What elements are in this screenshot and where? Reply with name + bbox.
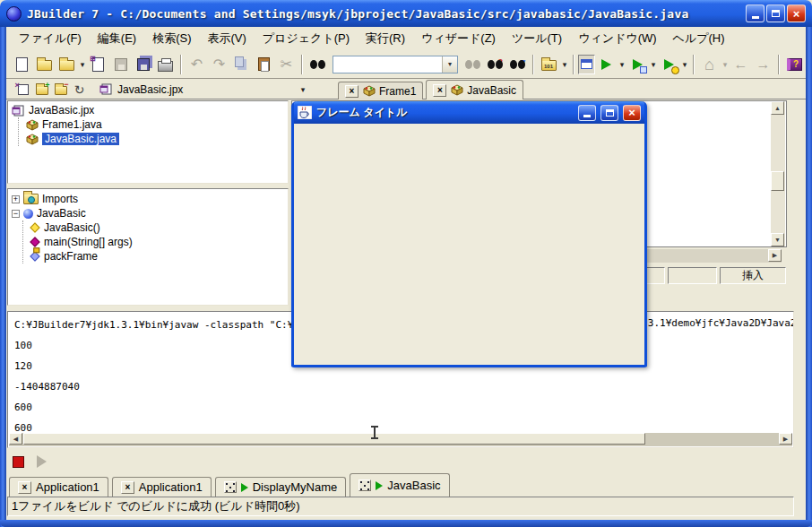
- tree-item-frame1[interactable]: Frame1.java: [22, 117, 288, 132]
- profile-dropdown-button[interactable]: ▾: [680, 60, 689, 69]
- debug-button[interactable]: [626, 53, 649, 75]
- scroll-left-button[interactable]: ◀: [9, 433, 22, 445]
- terminate-close-button[interactable]: ×: [121, 481, 134, 494]
- scroll-right-icon: ▶: [773, 252, 777, 259]
- copy-button[interactable]: [230, 53, 253, 75]
- debug-dropdown-button[interactable]: ▾: [649, 60, 658, 69]
- bean-icon: [25, 119, 39, 131]
- scrollbar-thumb[interactable]: [771, 171, 784, 191]
- editor-vertical-scrollbar[interactable]: ▲ ▼: [771, 101, 785, 246]
- undo-button[interactable]: ↶: [186, 53, 208, 75]
- java-frame-window[interactable]: フレーム タイトル ×: [291, 101, 647, 367]
- console-horizontal-scrollbar[interactable]: ◀ ▶: [9, 433, 792, 446]
- process-tab-application1-a[interactable]: × Application1: [9, 477, 108, 497]
- reopen-dropdown-button[interactable]: ▾: [78, 60, 87, 69]
- search-dropdown-button[interactable]: ▾: [442, 56, 457, 73]
- close-button[interactable]: ×: [787, 4, 806, 22]
- print-button[interactable]: [154, 53, 177, 75]
- run-button[interactable]: [595, 53, 618, 75]
- menu-search[interactable]: 検索(S): [145, 28, 198, 49]
- member-main-row[interactable]: main(String[] args): [26, 235, 288, 249]
- reopen-button[interactable]: [56, 53, 78, 75]
- member-constructor-row[interactable]: JavaBasic(): [26, 220, 288, 235]
- home-button[interactable]: ⌂: [698, 53, 721, 75]
- profile-button[interactable]: [658, 53, 680, 75]
- find-query-button[interactable]: ?: [484, 53, 506, 75]
- process-tab-javabasic[interactable]: JavaBasic: [350, 473, 449, 497]
- search-input[interactable]: [333, 56, 442, 73]
- expand-plus-icon[interactable]: +: [12, 195, 20, 203]
- scrollbar-thumb[interactable]: [23, 433, 645, 445]
- refresh-project-button[interactable]: ↻: [70, 81, 89, 98]
- browse-symbol-button[interactable]: ▾: [506, 53, 529, 75]
- save-as-button[interactable]: ⊞: [87, 53, 109, 75]
- project-dropdown-button[interactable]: ▾: [298, 85, 307, 94]
- back-button[interactable]: ←: [730, 53, 752, 75]
- terminate-close-button[interactable]: ×: [18, 481, 31, 494]
- menu-view[interactable]: 表示(V): [201, 28, 254, 49]
- frame-content[interactable]: [294, 124, 644, 362]
- frame-close-button[interactable]: ×: [623, 105, 641, 121]
- designer-toggle-button[interactable]: [578, 55, 595, 74]
- scroll-right-button[interactable]: ▶: [779, 433, 792, 445]
- find-button[interactable]: [307, 53, 329, 75]
- project-pane[interactable]: JavaBasic.jpx Frame1.java JavaBasic.java: [7, 100, 289, 184]
- stop-button[interactable]: [13, 456, 24, 468]
- window-border-right: [806, 27, 812, 527]
- collapse-minus-icon[interactable]: −: [12, 210, 20, 218]
- frame-minimize-button[interactable]: [578, 105, 596, 121]
- process-tab-displaymyname[interactable]: DisplayMyName: [215, 477, 347, 497]
- save-button[interactable]: [109, 53, 132, 75]
- menu-run[interactable]: 実行(R): [358, 28, 412, 49]
- close-project-button[interactable]: ×: [13, 81, 32, 98]
- process-tab-application1-b[interactable]: × Application1: [112, 477, 212, 497]
- menu-project[interactable]: プロジェクト(P): [255, 28, 357, 49]
- structure-imports-row[interactable]: + Imports: [8, 192, 288, 206]
- detach-dots-button[interactable]: [224, 481, 237, 493]
- open-file-button[interactable]: [33, 53, 56, 75]
- forward-button[interactable]: →: [752, 53, 774, 75]
- redo-button[interactable]: ↷: [208, 53, 230, 75]
- remove-files-button[interactable]: −: [51, 81, 70, 98]
- cut-button[interactable]: ✂: [275, 53, 298, 75]
- imports-folder-icon: [23, 194, 39, 204]
- detach-dots-button[interactable]: [358, 479, 371, 491]
- tree-item-javabasic[interactable]: JavaBasic.java: [22, 132, 288, 146]
- member-packframe-row[interactable]: packFrame: [26, 249, 288, 264]
- tab-close-button[interactable]: ×: [433, 84, 446, 97]
- window-titlebar[interactable]: JBuilder 7 - C:/Documents and Settings/m…: [0, 0, 812, 27]
- menu-wizard[interactable]: ウィザード(Z): [414, 28, 503, 49]
- minimize-button[interactable]: [746, 4, 764, 22]
- tab-javabasic[interactable]: × JavaBasic: [426, 80, 523, 99]
- menu-help[interactable]: ヘルプ(H): [666, 28, 732, 49]
- run-dropdown-button[interactable]: ▾: [618, 60, 626, 69]
- binoculars-icon: [310, 60, 325, 69]
- paste-button[interactable]: [253, 53, 275, 75]
- frame-titlebar[interactable]: フレーム タイトル ×: [294, 101, 644, 124]
- tab-frame1[interactable]: × Frame1: [338, 82, 423, 99]
- scroll-down-button[interactable]: ▼: [771, 233, 784, 246]
- project-selector[interactable]: JavaBasic.jpx ▾: [99, 83, 307, 96]
- structure-class-row[interactable]: − JavaBasic: [8, 206, 288, 220]
- scroll-up-button[interactable]: ▲: [771, 101, 784, 115]
- project-root-row[interactable]: JavaBasic.jpx: [8, 103, 288, 117]
- new-file-button[interactable]: [11, 53, 33, 75]
- save-all-button[interactable]: [132, 53, 154, 75]
- menu-file[interactable]: ファイル(F): [12, 28, 89, 49]
- make-project-button[interactable]: 101: [538, 53, 560, 75]
- structure-pane[interactable]: + Imports − JavaBasic JavaBasic() main(S…: [7, 188, 289, 306]
- maximize-button[interactable]: [766, 4, 785, 22]
- make-dropdown-button[interactable]: ▾: [560, 60, 569, 69]
- menu-edit[interactable]: 編集(E): [91, 28, 143, 49]
- frame-maximize-button[interactable]: [600, 105, 618, 121]
- add-files-button[interactable]: +: [32, 81, 51, 98]
- search-combobox[interactable]: ▾: [333, 56, 458, 73]
- resume-button[interactable]: [37, 455, 47, 468]
- find-again-button[interactable]: [462, 53, 484, 75]
- menu-tools[interactable]: ツール(T): [505, 28, 569, 49]
- tab-close-button[interactable]: ×: [345, 85, 358, 98]
- help-button[interactable]: ?: [783, 53, 806, 75]
- home-dropdown-button[interactable]: ▾: [721, 60, 730, 69]
- scroll-right-button[interactable]: ▶: [768, 249, 782, 262]
- menu-window[interactable]: ウィンドウ(W): [571, 28, 663, 49]
